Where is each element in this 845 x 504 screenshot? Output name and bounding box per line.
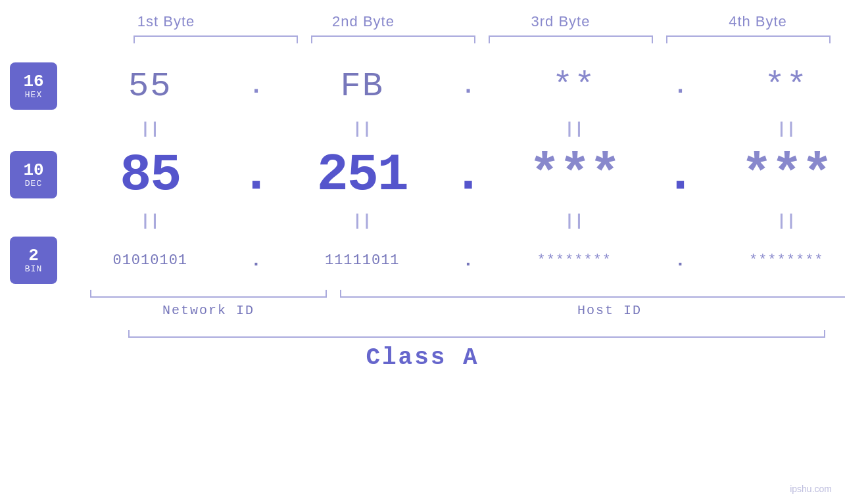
- bin-val-2: 11111011: [270, 252, 456, 269]
- bracket-2: [311, 35, 475, 43]
- hex-val-2: FB: [270, 67, 456, 106]
- host-bracket: [340, 290, 845, 298]
- equal-2-2: ||: [270, 212, 456, 230]
- header-row: 1st Byte 2nd Byte 3rd Byte 4th Byte: [68, 13, 846, 35]
- dec-row: 85 . 251 . *** . ***: [57, 142, 845, 208]
- bin-val-3: ********: [481, 252, 667, 269]
- badge-bin-label: BIN: [25, 264, 42, 274]
- byte-label-4: 4th Byte: [660, 13, 846, 35]
- labels-row: Network ID Host ID: [90, 303, 845, 318]
- dec-val-3: ***: [481, 145, 667, 205]
- badge-dec-wrapper: 10 DEC: [10, 142, 57, 208]
- bin-dot-2: .: [455, 250, 481, 271]
- byte-label-3: 3rd Byte: [462, 13, 660, 35]
- byte-label-1: 1st Byte: [68, 13, 265, 35]
- hex-val-3: **: [481, 67, 667, 106]
- bin-dot-1: .: [243, 250, 270, 271]
- badge-bin-number: 2: [28, 247, 39, 264]
- main-container: 1st Byte 2nd Byte 3rd Byte 4th Byte 16 H…: [0, 0, 845, 504]
- bottom-brackets: [90, 290, 845, 298]
- equal-2-3: ||: [481, 212, 667, 230]
- watermark: ipshu.com: [790, 484, 832, 494]
- dec-val-4: ***: [694, 145, 846, 205]
- hex-dot-1: .: [243, 73, 270, 100]
- top-brackets: [127, 35, 837, 43]
- host-id-label: Host ID: [340, 303, 845, 318]
- network-id-label: Network ID: [90, 303, 327, 318]
- content-area: 16 HEX 10 DEC 2 BIN: [0, 57, 845, 318]
- dec-val-1: 85: [57, 145, 243, 205]
- bin-val-4: ********: [694, 252, 846, 269]
- data-grid: 55 . FB . ** . ** || ||: [57, 57, 845, 318]
- dec-dot-2: .: [455, 149, 481, 201]
- badges-column: 16 HEX 10 DEC 2 BIN: [0, 57, 57, 286]
- bracket-1: [133, 35, 298, 43]
- equal-1-1: ||: [57, 120, 243, 138]
- hex-dot-3: .: [667, 73, 694, 100]
- dec-val-2: 251: [270, 145, 456, 205]
- bottom-section: Network ID Host ID: [90, 290, 845, 318]
- equal-2-4: ||: [694, 212, 846, 230]
- network-bracket: [90, 290, 327, 298]
- bracket-3: [489, 35, 653, 43]
- hex-dot-2: .: [455, 73, 481, 100]
- hex-row: 55 . FB . ** . **: [57, 57, 845, 116]
- big-bottom-bracket: [128, 330, 825, 338]
- badge-hex-wrapper: 16 HEX: [10, 57, 57, 116]
- badge-hex-number: 16: [23, 73, 43, 90]
- equal-1-4: ||: [694, 120, 846, 138]
- badge-hex: 16 HEX: [10, 62, 57, 110]
- dec-dot-3: .: [667, 149, 694, 201]
- equal-2-1: ||: [57, 212, 243, 230]
- bracket-4: [666, 35, 831, 43]
- equal-row-1: || || || ||: [57, 116, 845, 142]
- bin-row: 01010101 . 11111011 . ******** . *******…: [57, 234, 845, 286]
- badge-hex-label: HEX: [25, 90, 42, 100]
- dec-dot-1: .: [243, 149, 270, 201]
- byte-label-2: 2nd Byte: [265, 13, 462, 35]
- hex-val-4: **: [694, 67, 846, 106]
- hex-val-1: 55: [57, 67, 243, 106]
- badge-dec-number: 10: [23, 162, 43, 179]
- badge-dec: 10 DEC: [10, 151, 57, 198]
- badge-bin-wrapper: 2 BIN: [10, 234, 57, 286]
- equal-1-3: ||: [481, 120, 667, 138]
- badge-bin: 2 BIN: [10, 237, 57, 284]
- badge-dec-label: DEC: [25, 179, 42, 189]
- bin-val-1: 01010101: [57, 252, 243, 269]
- class-label: Class A: [366, 344, 479, 371]
- equal-row-2: || || || ||: [57, 208, 845, 234]
- bin-dot-3: .: [667, 250, 694, 271]
- equal-1-2: ||: [270, 120, 456, 138]
